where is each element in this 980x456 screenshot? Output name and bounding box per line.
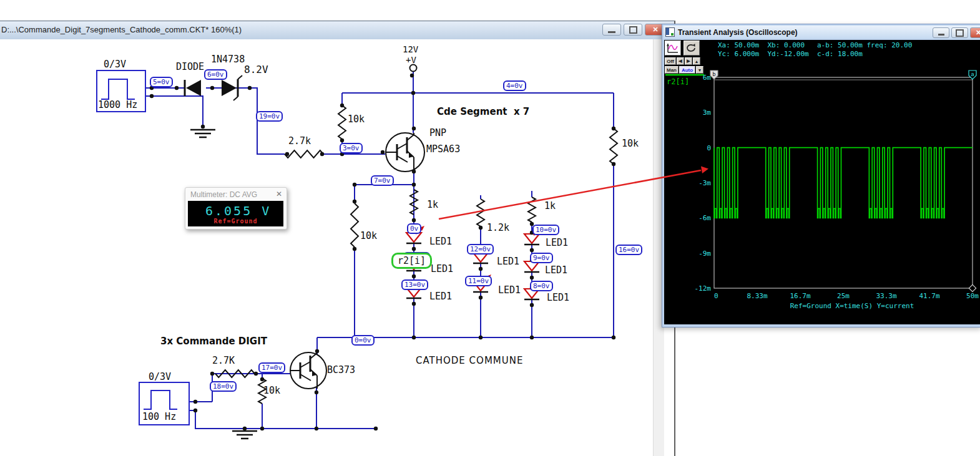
probe-label-r2i[interactable]: r2[i] — [391, 253, 432, 269]
junction-dot — [194, 400, 197, 404]
maximize-button[interactable] — [624, 24, 642, 36]
multimeter-value: 6.055 V — [205, 203, 271, 218]
node-5: 5=0v — [150, 77, 173, 87]
oscilloscope-plot[interactable]: r2[i] 6m3m0-3m-6m-9m-12m08.33m16.7m25m33… — [664, 70, 980, 324]
off-button[interactable]: Off — [665, 57, 676, 65]
cursor-readout-line2: Yc: 6.000m Yd:-12.00m c-d: 18.00m — [718, 50, 863, 58]
junction-dot — [315, 349, 319, 353]
main-window: D:...\Commande_Digit_7segments_Cathode_c… — [0, 21, 675, 456]
wire — [189, 410, 376, 429]
y-tick-label: -3m — [698, 179, 711, 187]
source1-freq-label: 1000 Hz — [98, 99, 137, 110]
junction-dot — [410, 74, 414, 77]
close-button[interactable]: ✕ — [970, 27, 980, 38]
node-13: 13=0v — [401, 279, 428, 290]
led-label: LED1 — [429, 236, 452, 247]
zener-voltage-label: 8.2V — [244, 64, 268, 75]
junction-dot — [254, 372, 258, 376]
desktop: D:...\Commande_Digit_7segments_Cathode_c… — [0, 0, 980, 456]
cursor-readout-line1: Xa: 50.00m Xb: 0.000 a-b: 50.00m freq: 2… — [718, 41, 912, 49]
source1-range-label: 0/3V — [104, 59, 126, 70]
waveform-icon — [666, 42, 680, 54]
pnp-type-label: PNP — [429, 127, 446, 138]
r-base1-label: 2.7k — [288, 135, 311, 147]
cursor-diamond-marker — [969, 284, 976, 291]
source2-range-label: 0/3V — [149, 371, 171, 382]
junction-dot — [479, 267, 483, 271]
node-19: 19=0v — [256, 111, 283, 122]
r-seg1-label: 1k — [427, 199, 438, 210]
resistor — [215, 370, 255, 377]
supply-plus-label: +V — [406, 55, 416, 65]
cursor-right-button[interactable]: ▶ — [685, 57, 692, 65]
trace-name: r2[i] — [667, 77, 689, 86]
y-tick-label: 0 — [707, 144, 711, 152]
node-10: 10=0v — [532, 225, 559, 235]
node-6: 6=0v — [204, 69, 227, 80]
junction-dot — [530, 248, 534, 252]
led-icon — [406, 233, 421, 242]
node-12: 12=0v — [467, 244, 494, 255]
junction-dot — [248, 86, 252, 90]
junction-dot — [320, 152, 324, 156]
diode-icon — [186, 80, 201, 96]
zener-hook — [238, 75, 242, 79]
x-tick-label: 25m — [837, 292, 850, 300]
multimeter-title: Multimeter: DC AVG — [190, 190, 257, 199]
junction-dot — [479, 336, 483, 339]
node-16: 16=0v — [615, 245, 642, 255]
led-label: LED1 — [429, 291, 452, 302]
close-icon: ✕ — [976, 29, 980, 37]
schematic-canvas[interactable]: 0/3V 1000 Hz DIODE 1N4738 8.2V 2.7k 10k … — [0, 39, 653, 456]
multimeter-window[interactable]: Multimeter: DC AVG ✕ 6.055 V Ref=Ground — [185, 187, 287, 230]
close-icon[interactable]: ✕ — [276, 190, 282, 198]
node-hidden: 0v — [407, 223, 421, 234]
node-4: 4=0v — [503, 80, 526, 91]
resistor — [477, 199, 484, 226]
main-titlebar[interactable]: D:...\Commande_Digit_7segments_Cathode_c… — [0, 21, 674, 40]
junction-dot — [612, 162, 615, 166]
oscilloscope-titlebar[interactable]: Transient Analysis (Oscilloscope) ✕ — [664, 26, 980, 39]
junction-dot — [175, 86, 179, 90]
r-seg3-label: 1k — [544, 200, 556, 211]
x-tick-label: 33.3m — [876, 292, 896, 300]
npn-part-label: BC373 — [327, 364, 355, 376]
r-right-label: 10k — [622, 138, 639, 149]
minimize-button[interactable] — [602, 24, 621, 36]
junction-dot — [243, 427, 247, 430]
resistor — [351, 203, 358, 247]
led-label: LED1 — [546, 237, 568, 248]
led-label: LED1 — [498, 284, 521, 296]
diode-label: DIODE — [176, 61, 204, 72]
circular-arrow-icon — [685, 42, 698, 54]
oscilloscope-title: Transient Analysis (Oscilloscope) — [678, 28, 798, 37]
oscilloscope-client: Xa: 50.00m Xb: 0.000 a-b: 50.00m freq: 2… — [664, 40, 980, 324]
junction-dot — [479, 226, 483, 230]
maximize-icon — [956, 29, 964, 37]
y-tick-label: -12m — [695, 284, 712, 293]
junction-dot — [412, 183, 416, 187]
junction-dot — [194, 409, 197, 412]
x-tick-label: 0 — [714, 292, 718, 300]
junction-dot — [201, 125, 205, 129]
commande-digit-annotation: 3x Commande DIGIT — [160, 336, 267, 347]
x-tick-label: 8.33m — [747, 292, 767, 300]
reset-view-button[interactable] — [684, 41, 700, 56]
junction-dot — [150, 94, 154, 98]
pnp-part-label: MPSA63 — [426, 143, 460, 155]
pulse-waveform-glyph — [101, 79, 135, 99]
y-tick-label: -6m — [698, 214, 711, 222]
maximize-button[interactable] — [951, 27, 968, 38]
junction-dot — [374, 427, 378, 430]
junction-dot — [412, 302, 416, 306]
waveform-mode-button[interactable] — [665, 41, 681, 56]
cursor-left-button[interactable]: ◀ — [677, 57, 684, 65]
r-pulldown2-label: 10k — [263, 385, 280, 396]
minimize-button[interactable] — [933, 27, 949, 38]
led-icon — [524, 234, 539, 243]
plot-footer: Ref=Ground X=time(S) Y=current — [790, 302, 914, 310]
led-label: LED1 — [497, 256, 519, 267]
scroll-up-button[interactable]: ▲ — [693, 57, 700, 65]
supply-terminal — [410, 65, 417, 72]
y-tick-label: -9m — [698, 250, 711, 258]
